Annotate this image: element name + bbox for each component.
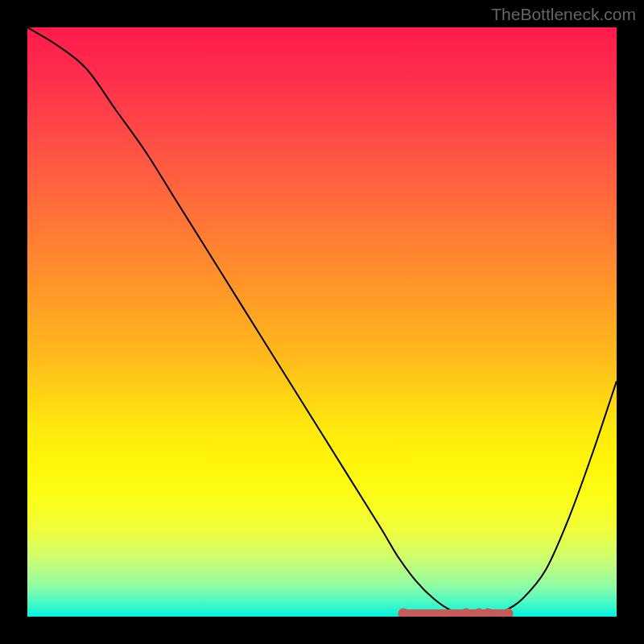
minimum-marker-dot	[503, 608, 514, 617]
chart-plot-area	[27, 27, 617, 617]
curve-svg	[27, 27, 617, 617]
watermark-text: TheBottleneck.com	[491, 5, 636, 24]
bottleneck-curve	[27, 27, 617, 616]
minimum-marker-dot	[460, 608, 471, 617]
minimum-marker-dot	[398, 608, 408, 617]
minimum-marker-band	[398, 608, 510, 617]
minimum-marker-dot	[483, 608, 493, 617]
